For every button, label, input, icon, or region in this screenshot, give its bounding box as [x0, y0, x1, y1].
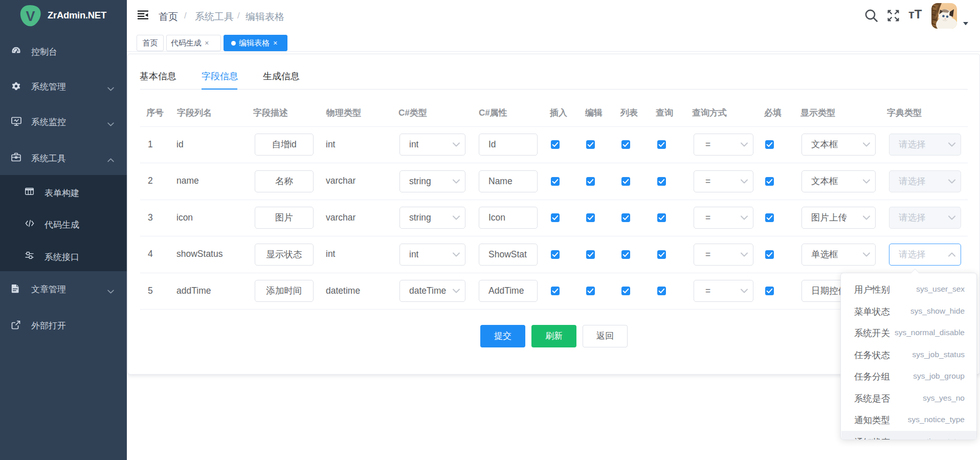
svg-text:V: V — [26, 9, 35, 24]
